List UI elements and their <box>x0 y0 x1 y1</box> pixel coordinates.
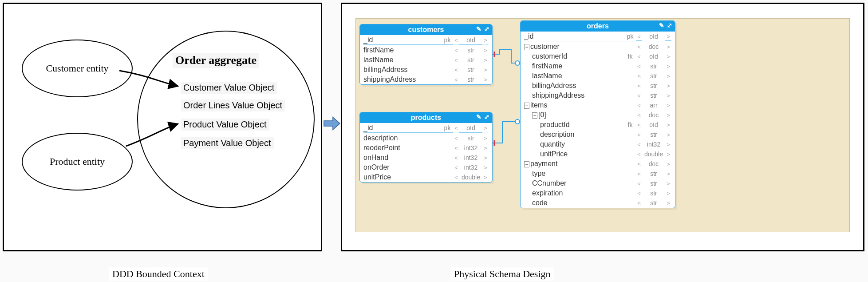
field-row[interactable]: unitPrice<double> <box>360 172 492 182</box>
field-name: customer <box>530 42 624 51</box>
angle-right-icon: > <box>665 131 671 139</box>
angle-left-icon: < <box>453 155 459 162</box>
ddd-bounded-context-panel: Customer entity Product entity Order agg… <box>3 3 322 251</box>
entity-customers[interactable]: customers ✎ ⤢ _idpk<oId>firstName<str>la… <box>359 24 493 85</box>
angle-left-icon: < <box>453 164 459 171</box>
field-row[interactable]: quantity<int32> <box>521 139 675 149</box>
field-type: int32 <box>642 141 665 149</box>
field-name: shippingAddress <box>363 75 442 84</box>
field-type: str <box>642 199 665 207</box>
field-type: doc <box>642 43 665 51</box>
field-row[interactable]: description<str> <box>360 133 492 143</box>
angle-left-icon: < <box>453 37 459 44</box>
field-name: onHand <box>363 153 442 162</box>
field-row[interactable]: shippingAddress<str> <box>360 75 492 84</box>
field-type: str <box>642 170 665 178</box>
field-key: pk <box>624 33 636 41</box>
angle-right-icon: > <box>665 190 671 197</box>
angle-left-icon: < <box>453 135 459 142</box>
field-row[interactable]: expiration<str> <box>521 188 675 198</box>
field-name: quantity <box>540 140 624 149</box>
entity-products-body: _idpk<oId>description<str>reoderPoint<in… <box>360 123 492 182</box>
field-row[interactable]: customerIdfk<oId> <box>521 52 675 61</box>
angle-left-icon: < <box>453 47 459 54</box>
field-name: firstName <box>532 62 624 71</box>
angle-left-icon: < <box>636 200 642 207</box>
field-row[interactable]: −payment<doc> <box>521 159 675 169</box>
collapse-toggle-icon[interactable]: − <box>524 44 529 50</box>
angle-right-icon: > <box>665 44 671 51</box>
field-row[interactable]: reoderPoint<int32> <box>360 143 492 153</box>
angle-right-icon: > <box>665 73 671 80</box>
field-row[interactable]: onOrder<int32> <box>360 163 492 172</box>
expand-icon[interactable]: ⤢ <box>484 113 489 120</box>
field-row[interactable]: lastName<str> <box>360 55 492 65</box>
field-type: str <box>459 56 482 64</box>
field-row[interactable]: description<str> <box>521 130 675 139</box>
angle-right-icon: > <box>665 92 671 99</box>
field-type: int32 <box>459 164 482 172</box>
field-row[interactable]: CCnumber<str> <box>521 179 675 188</box>
angle-right-icon: > <box>665 200 671 207</box>
angle-right-icon: > <box>665 112 671 119</box>
field-row[interactable]: _idpk<oId> <box>521 32 675 42</box>
entity-customers-header[interactable]: customers ✎ ⤢ <box>360 24 492 35</box>
eyedropper-icon[interactable]: ✎ <box>476 113 481 120</box>
entity-orders[interactable]: orders ✎ ⤢ _idpk<oId>−customer<doc>custo… <box>520 20 675 208</box>
schema-caption: Physical Schema Design <box>450 267 554 281</box>
field-row[interactable]: onHand<int32> <box>360 153 492 163</box>
entity-products-title: products <box>411 114 441 121</box>
field-row[interactable]: unitPrice<double> <box>521 149 675 159</box>
expand-icon[interactable]: ⤢ <box>667 22 672 29</box>
field-name: unitPrice <box>540 150 624 159</box>
field-row[interactable]: firstName<str> <box>521 61 675 71</box>
field-type: double <box>459 174 482 182</box>
angle-right-icon: > <box>482 155 489 162</box>
field-name: lastName <box>363 56 442 64</box>
collapse-toggle-icon[interactable]: − <box>532 112 537 119</box>
field-row[interactable]: _idpk<oId> <box>360 123 492 133</box>
field-name: unitPrice <box>363 173 442 182</box>
ddd-caption: DDD Bounded Context <box>109 267 208 281</box>
angle-right-icon: > <box>665 141 671 148</box>
field-name: description <box>363 134 442 143</box>
angle-left-icon: < <box>636 151 642 158</box>
entity-products[interactable]: products ✎ ⤢ _idpk<oId>description<str>r… <box>359 112 493 183</box>
collapse-toggle-icon[interactable]: − <box>524 103 529 109</box>
expand-icon[interactable]: ⤢ <box>484 25 489 32</box>
angle-left-icon: < <box>636 53 642 60</box>
field-name: code <box>532 199 624 207</box>
field-row[interactable]: code<str> <box>521 198 675 208</box>
field-row[interactable]: billingAddress<str> <box>360 65 492 75</box>
field-name: _id <box>363 36 442 45</box>
field-row[interactable]: _idpk<oId> <box>360 35 492 45</box>
eyedropper-icon[interactable]: ✎ <box>659 22 664 29</box>
field-name: items <box>530 101 624 110</box>
angle-left-icon: < <box>636 73 642 80</box>
field-type: str <box>459 135 482 143</box>
eyedropper-icon[interactable]: ✎ <box>476 25 481 32</box>
field-type: arr <box>642 102 665 110</box>
field-type: str <box>642 63 665 71</box>
field-name: billingAddress <box>532 81 624 90</box>
entity-orders-body: _idpk<oId>−customer<doc>customerIdfk<oId… <box>521 32 675 208</box>
entity-orders-title: orders <box>587 22 609 30</box>
field-row[interactable]: −customer<doc> <box>521 42 675 52</box>
angle-right-icon: > <box>482 47 489 54</box>
field-row[interactable]: −[0]<doc> <box>521 110 675 120</box>
angle-left-icon: < <box>636 131 642 139</box>
field-type: str <box>642 82 665 90</box>
field-name: _id <box>363 123 442 133</box>
collapse-toggle-icon[interactable]: − <box>524 161 529 167</box>
entity-products-header[interactable]: products ✎ ⤢ <box>360 112 492 123</box>
field-row[interactable]: lastName<str> <box>521 71 675 81</box>
entity-orders-header[interactable]: orders ✎ ⤢ <box>521 21 675 32</box>
schema-canvas: customers ✎ ⤢ _idpk<oId>firstName<str>la… <box>355 18 850 232</box>
field-row[interactable]: productIdfk<oId> <box>521 120 675 130</box>
field-row[interactable]: billingAddress<str> <box>521 81 675 91</box>
field-row[interactable]: type<str> <box>521 169 675 179</box>
entity-customers-title: customers <box>408 26 444 33</box>
field-row[interactable]: −items<arr> <box>521 100 675 110</box>
field-row[interactable]: shippingAddress<str> <box>521 91 675 100</box>
field-row[interactable]: firstName<str> <box>360 45 492 55</box>
